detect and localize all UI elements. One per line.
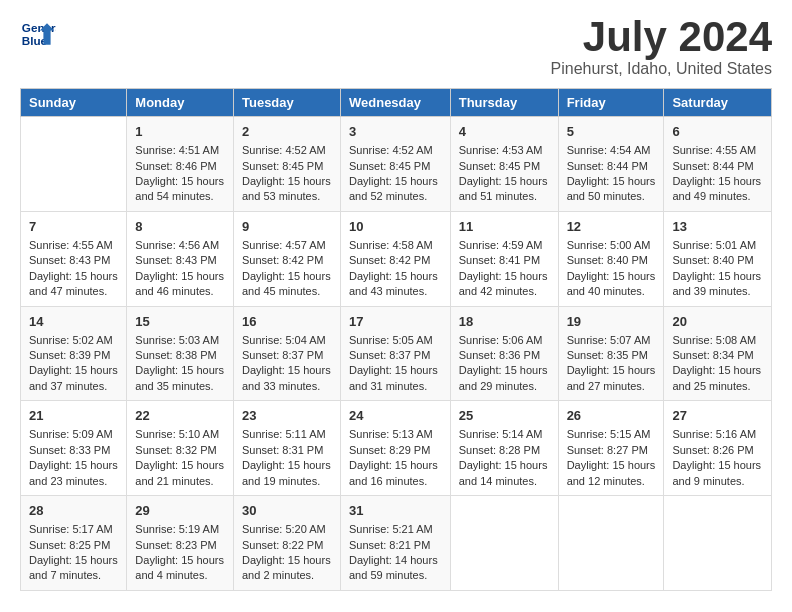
header-row: SundayMondayTuesdayWednesdayThursdayFrid… [21, 89, 772, 117]
day-number: 6 [672, 123, 763, 141]
day-cell: 9Sunrise: 4:57 AMSunset: 8:42 PMDaylight… [233, 211, 340, 306]
day-number: 30 [242, 502, 332, 520]
day-number: 18 [459, 313, 550, 331]
day-number: 11 [459, 218, 550, 236]
day-number: 26 [567, 407, 656, 425]
day-cell: 1Sunrise: 4:51 AMSunset: 8:46 PMDaylight… [127, 117, 234, 212]
day-cell [21, 117, 127, 212]
day-cell: 26Sunrise: 5:15 AMSunset: 8:27 PMDayligh… [558, 401, 664, 496]
header: General Blue July 2024 Pinehurst, Idaho,… [20, 16, 772, 78]
day-number: 20 [672, 313, 763, 331]
calendar-table: SundayMondayTuesdayWednesdayThursdayFrid… [20, 88, 772, 591]
day-cell: 15Sunrise: 5:03 AMSunset: 8:38 PMDayligh… [127, 306, 234, 401]
day-number: 24 [349, 407, 442, 425]
day-cell: 5Sunrise: 4:54 AMSunset: 8:44 PMDaylight… [558, 117, 664, 212]
day-number: 2 [242, 123, 332, 141]
day-cell: 27Sunrise: 5:16 AMSunset: 8:26 PMDayligh… [664, 401, 772, 496]
week-row-3: 14Sunrise: 5:02 AMSunset: 8:39 PMDayligh… [21, 306, 772, 401]
logo: General Blue [20, 16, 56, 52]
day-cell: 20Sunrise: 5:08 AMSunset: 8:34 PMDayligh… [664, 306, 772, 401]
col-header-friday: Friday [558, 89, 664, 117]
day-number: 22 [135, 407, 225, 425]
day-cell: 16Sunrise: 5:04 AMSunset: 8:37 PMDayligh… [233, 306, 340, 401]
col-header-thursday: Thursday [450, 89, 558, 117]
day-number: 5 [567, 123, 656, 141]
col-header-tuesday: Tuesday [233, 89, 340, 117]
day-cell: 24Sunrise: 5:13 AMSunset: 8:29 PMDayligh… [340, 401, 450, 496]
day-cell: 17Sunrise: 5:05 AMSunset: 8:37 PMDayligh… [340, 306, 450, 401]
day-number: 14 [29, 313, 118, 331]
day-number: 16 [242, 313, 332, 331]
day-cell: 23Sunrise: 5:11 AMSunset: 8:31 PMDayligh… [233, 401, 340, 496]
day-cell: 21Sunrise: 5:09 AMSunset: 8:33 PMDayligh… [21, 401, 127, 496]
col-header-sunday: Sunday [21, 89, 127, 117]
day-cell: 18Sunrise: 5:06 AMSunset: 8:36 PMDayligh… [450, 306, 558, 401]
day-number: 27 [672, 407, 763, 425]
col-header-wednesday: Wednesday [340, 89, 450, 117]
day-number: 1 [135, 123, 225, 141]
day-number: 9 [242, 218, 332, 236]
week-row-2: 7Sunrise: 4:55 AMSunset: 8:43 PMDaylight… [21, 211, 772, 306]
day-cell: 6Sunrise: 4:55 AMSunset: 8:44 PMDaylight… [664, 117, 772, 212]
day-number: 7 [29, 218, 118, 236]
day-cell: 31Sunrise: 5:21 AMSunset: 8:21 PMDayligh… [340, 496, 450, 591]
day-cell [450, 496, 558, 591]
col-header-saturday: Saturday [664, 89, 772, 117]
day-number: 8 [135, 218, 225, 236]
day-cell [664, 496, 772, 591]
day-number: 10 [349, 218, 442, 236]
day-cell: 28Sunrise: 5:17 AMSunset: 8:25 PMDayligh… [21, 496, 127, 591]
week-row-1: 1Sunrise: 4:51 AMSunset: 8:46 PMDaylight… [21, 117, 772, 212]
week-row-4: 21Sunrise: 5:09 AMSunset: 8:33 PMDayligh… [21, 401, 772, 496]
calendar-title: July 2024 [551, 16, 772, 58]
day-number: 31 [349, 502, 442, 520]
day-number: 15 [135, 313, 225, 331]
day-number: 28 [29, 502, 118, 520]
logo-icon: General Blue [20, 16, 56, 52]
day-cell [558, 496, 664, 591]
title-area: July 2024 Pinehurst, Idaho, United State… [551, 16, 772, 78]
day-number: 23 [242, 407, 332, 425]
day-number: 19 [567, 313, 656, 331]
day-cell: 19Sunrise: 5:07 AMSunset: 8:35 PMDayligh… [558, 306, 664, 401]
day-cell: 22Sunrise: 5:10 AMSunset: 8:32 PMDayligh… [127, 401, 234, 496]
day-cell: 8Sunrise: 4:56 AMSunset: 8:43 PMDaylight… [127, 211, 234, 306]
day-number: 12 [567, 218, 656, 236]
day-number: 21 [29, 407, 118, 425]
col-header-monday: Monday [127, 89, 234, 117]
day-cell: 12Sunrise: 5:00 AMSunset: 8:40 PMDayligh… [558, 211, 664, 306]
day-number: 3 [349, 123, 442, 141]
day-cell: 10Sunrise: 4:58 AMSunset: 8:42 PMDayligh… [340, 211, 450, 306]
day-number: 13 [672, 218, 763, 236]
day-cell: 11Sunrise: 4:59 AMSunset: 8:41 PMDayligh… [450, 211, 558, 306]
calendar-subtitle: Pinehurst, Idaho, United States [551, 60, 772, 78]
day-cell: 25Sunrise: 5:14 AMSunset: 8:28 PMDayligh… [450, 401, 558, 496]
day-cell: 13Sunrise: 5:01 AMSunset: 8:40 PMDayligh… [664, 211, 772, 306]
day-number: 29 [135, 502, 225, 520]
day-cell: 14Sunrise: 5:02 AMSunset: 8:39 PMDayligh… [21, 306, 127, 401]
day-cell: 7Sunrise: 4:55 AMSunset: 8:43 PMDaylight… [21, 211, 127, 306]
day-cell: 3Sunrise: 4:52 AMSunset: 8:45 PMDaylight… [340, 117, 450, 212]
day-number: 25 [459, 407, 550, 425]
day-number: 4 [459, 123, 550, 141]
day-cell: 30Sunrise: 5:20 AMSunset: 8:22 PMDayligh… [233, 496, 340, 591]
day-cell: 4Sunrise: 4:53 AMSunset: 8:45 PMDaylight… [450, 117, 558, 212]
day-number: 17 [349, 313, 442, 331]
day-cell: 2Sunrise: 4:52 AMSunset: 8:45 PMDaylight… [233, 117, 340, 212]
day-cell: 29Sunrise: 5:19 AMSunset: 8:23 PMDayligh… [127, 496, 234, 591]
week-row-5: 28Sunrise: 5:17 AMSunset: 8:25 PMDayligh… [21, 496, 772, 591]
